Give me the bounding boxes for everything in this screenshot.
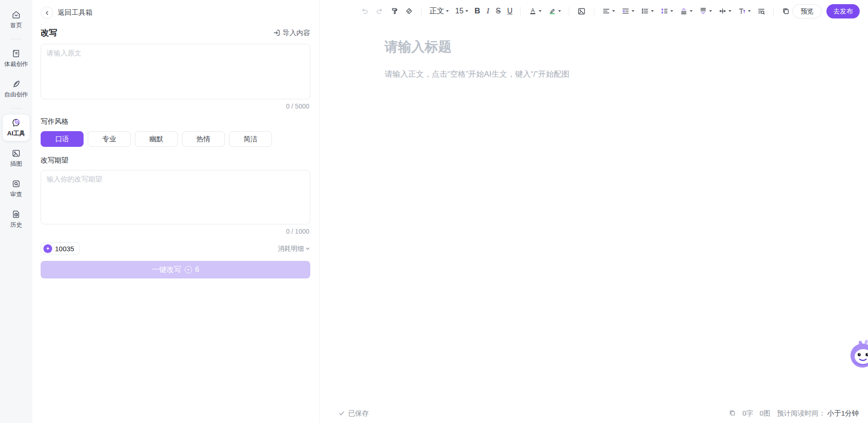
sidebar-item-label: AI工具 (7, 129, 25, 138)
space-below-icon (699, 7, 707, 15)
chevron-down-icon (305, 246, 310, 251)
toolbar-divider (594, 7, 594, 16)
bold-button[interactable]: B (473, 5, 482, 18)
check-icon (338, 410, 345, 417)
redo-button[interactable] (374, 5, 386, 18)
sidebar-item-history[interactable]: 历史 (3, 206, 30, 232)
editor-area: 正文 15 B I S U A (320, 0, 868, 423)
redo-icon (375, 7, 384, 15)
chevron-down-icon (690, 10, 693, 12)
coin-icon: ✦ (43, 244, 52, 253)
rail-divider (10, 108, 22, 109)
chevron-down-icon (446, 10, 449, 12)
history-icon (11, 209, 21, 219)
document-canvas[interactable]: 请输入标题 请输入正文，点击“空格”开始AI生文，键入“/”开始配图 (320, 22, 868, 423)
coin-balance-badge[interactable]: ✦ 10035 (41, 242, 80, 255)
sidebar-item-genre-create[interactable]: 体裁创作 (3, 45, 30, 72)
chevron-down-icon (612, 10, 615, 12)
body-input-placeholder[interactable]: 请输入正文，点击“空格”开始AI生文，键入“/”开始配图 (385, 69, 840, 79)
line-height-icon (660, 7, 669, 15)
one-click-rewrite-button[interactable]: 一键改写 ✦ 6 (41, 261, 310, 278)
style-option-humorous[interactable]: 幽默 (135, 131, 178, 147)
expectation-char-counter: 0 / 1000 (42, 228, 309, 235)
coin-cost-icon: ✦ (185, 266, 192, 273)
underline-button[interactable]: U (505, 5, 514, 18)
font-color-icon: A (529, 7, 537, 15)
editor-toolbar: 正文 15 B I S U A (320, 0, 868, 22)
rail-divider (10, 39, 22, 39)
consumption-detail-link[interactable]: 消耗明细 (278, 245, 310, 253)
writing-style-label: 写作风格 (41, 117, 310, 126)
nav-rail: 首页 体裁创作 自由创作 (0, 0, 32, 423)
list-button[interactable] (639, 5, 656, 18)
sidebar-item-label: 历史 (10, 221, 22, 229)
sidebar-item-label: 插图 (10, 160, 22, 168)
chevron-down-icon (748, 10, 751, 12)
svg-text:A: A (531, 7, 535, 14)
font-size-select[interactable]: 15 (453, 5, 470, 18)
indent-button[interactable] (620, 5, 636, 18)
source-text-input[interactable] (41, 44, 310, 99)
copy-stats-button[interactable] (729, 409, 736, 418)
text-top-spacing-icon (738, 7, 746, 15)
image-icon (577, 7, 586, 16)
toolbar-divider (569, 7, 569, 16)
svg-text:AI: AI (16, 121, 18, 123)
paragraph-style-select[interactable]: 正文 (428, 5, 451, 18)
undo-button[interactable] (359, 5, 371, 18)
image-count: 0图 (760, 409, 770, 418)
rewrite-cost: 6 (195, 266, 199, 274)
letter-spacing-icon (718, 7, 727, 15)
undo-icon (361, 7, 369, 15)
rewrite-expectation-input[interactable] (41, 170, 310, 224)
review-icon (11, 179, 21, 189)
import-content-button[interactable]: 导入内容 (273, 29, 310, 37)
preview-button[interactable]: 预览 (792, 4, 822, 18)
free-create-icon (11, 79, 21, 89)
insert-image-button[interactable] (575, 5, 588, 18)
sidebar-item-review[interactable]: 审查 (3, 175, 30, 202)
font-color-button[interactable]: A (527, 5, 543, 18)
space-above-button[interactable] (678, 5, 694, 18)
sidebar-item-home[interactable]: 首页 (3, 6, 30, 33)
style-option-professional[interactable]: 专业 (88, 131, 131, 147)
align-button[interactable] (600, 5, 617, 18)
writing-style-options: 口语 专业 幽默 热情 简洁 (41, 131, 310, 147)
back-to-toolbox-label[interactable]: 返回工具箱 (58, 8, 92, 17)
find-replace-button[interactable] (755, 5, 767, 18)
format-painter-button[interactable] (388, 5, 400, 18)
sidebar-item-ai-tools[interactable]: AI AI工具 (3, 115, 30, 141)
back-to-toolbox-button[interactable] (41, 6, 53, 19)
clear-format-button[interactable] (403, 5, 415, 18)
italic-button[interactable]: I (485, 5, 491, 18)
chevron-down-icon (558, 10, 561, 12)
chevron-down-icon (539, 10, 542, 12)
chevron-down-icon (651, 10, 654, 12)
import-content-label: 导入内容 (283, 29, 310, 37)
style-option-passionate[interactable]: 热情 (182, 131, 225, 147)
assistant-mascot[interactable] (847, 339, 868, 371)
sidebar-item-free-create[interactable]: 自由创作 (3, 76, 30, 102)
style-option-concise[interactable]: 简洁 (229, 131, 272, 147)
line-height-button[interactable] (658, 5, 675, 18)
space-below-button[interactable] (697, 5, 714, 18)
publish-button[interactable]: 去发布 (826, 4, 860, 18)
style-option-colloquial[interactable]: 口语 (41, 131, 84, 147)
ai-tools-icon: AI (11, 118, 21, 128)
sidebar-item-illustration[interactable]: 插图 (3, 145, 30, 171)
letter-spacing-button[interactable] (717, 5, 733, 18)
sidebar-item-label: 自由创作 (4, 91, 28, 99)
copy-button[interactable] (780, 5, 792, 18)
copy-icon (729, 409, 736, 417)
panel-title: 改写 (41, 27, 57, 38)
text-top-spacing-button[interactable] (736, 5, 753, 18)
highlight-button[interactable] (546, 5, 563, 18)
title-input-placeholder[interactable]: 请输入标题 (385, 38, 840, 56)
sidebar-item-label: 首页 (10, 21, 22, 30)
strikethrough-button[interactable]: S (494, 5, 503, 18)
toolbar-divider (773, 7, 774, 16)
coin-balance-amount: 10035 (55, 245, 74, 253)
chevron-down-icon (465, 10, 468, 12)
rewrite-expectation-label: 改写期望 (41, 156, 310, 165)
chevron-left-icon (44, 10, 50, 16)
